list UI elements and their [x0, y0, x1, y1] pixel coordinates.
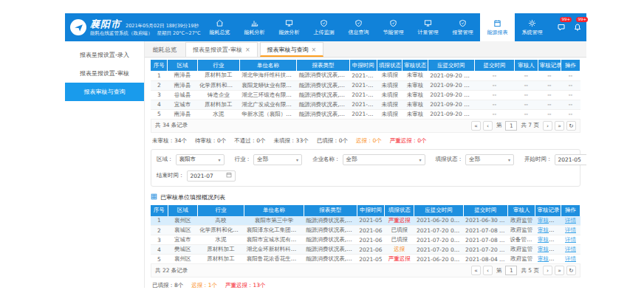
detail-link[interactable]: 详情 — [565, 227, 576, 233]
pager-first-button[interactable]: « — [471, 121, 481, 131]
table-row[interactable]: 2襄城区化学原料和化学制品制造业襄阳泽东化工集团有限公司能源消费状况表,能效指标… — [151, 226, 580, 235]
table-cell: 2 — [151, 80, 168, 90]
table-cell: 详情 — [561, 216, 580, 226]
table-row[interactable]: 3谷城县铸造企业湖北三环锻造有限公司能源消费状况表,能效指标...2021-08… — [151, 90, 580, 100]
nav-item-alarm-mgmt[interactable]: 报警管理 — [445, 13, 480, 41]
audit-record-link[interactable]: 审核记录 — [538, 227, 560, 233]
sidebar-item-report-audit-query[interactable]: 报表审核与查询 — [65, 83, 144, 101]
start-date-filter[interactable]: 2021-05 — [555, 154, 587, 165]
table-row[interactable]: 4樊城区原材料加工湖北金环新材料科技有限公司能源消费状况表,能效指标填...20… — [151, 245, 580, 255]
pager-last-button[interactable]: » — [555, 266, 564, 275]
company-filter-label: 企业名称： — [312, 156, 340, 163]
detail-link[interactable]: 详情 — [565, 217, 576, 224]
tab-report-audit-query[interactable]: 报表审核与查询× — [260, 42, 324, 57]
detail-link[interactable]: 详情 — [565, 246, 576, 252]
table-cell: 2021-08 — [349, 100, 377, 109]
pager-page-input[interactable]: 1 — [505, 266, 517, 275]
message-button[interactable]: 99+ — [557, 21, 566, 35]
region-filter[interactable]: 襄阳市▾ — [176, 154, 225, 165]
nav-item-info-query[interactable]: 信息查询 — [341, 13, 376, 41]
column-header: 区域 — [168, 60, 197, 71]
table-cell: 化学原料和化学制品制造业 — [197, 226, 244, 235]
nav-item-upload-monitor[interactable]: 上传监测 — [306, 13, 341, 41]
table-cell: 能源消费状况表,能效指标... — [297, 90, 350, 100]
status-filter[interactable]: 全部▾ — [465, 154, 514, 165]
table2-total-records: 共 22 条记录 — [155, 267, 188, 274]
audit-status-summary: 未审核：34个待审核：0个不通过：0个未填报：33个已填报：0个迟报：0个严重迟… — [151, 133, 580, 148]
user-menu[interactable]: Hello,政府监管 ▼ — [606, 24, 644, 31]
pager-next-button[interactable]: › — [543, 266, 552, 275]
table-cell: 审核记录 — [535, 235, 561, 245]
end-date-filter[interactable]: 2021-07 — [187, 170, 236, 182]
audit-record-link[interactable]: 审核记录 — [538, 217, 560, 224]
nav-item-system-mgmt[interactable]: 系统管理 — [515, 13, 549, 41]
table-cell: 能源消费状况表,能效指标填... — [304, 245, 357, 255]
pager-refresh-button[interactable]: ↻ — [566, 121, 576, 131]
chevron-down-icon: ▾ — [296, 157, 298, 162]
nav-item-label: 报警管理 — [453, 29, 473, 36]
pager-refresh-button[interactable]: ↻ — [566, 266, 576, 275]
table-row[interactable]: 1襄州区高校襄阳市第三中学能源消费状况表,能效指标填...2021-05严重迟报… — [151, 216, 580, 226]
avatar-icon[interactable] — [589, 21, 599, 35]
table-cell: 襄阳市第三中学 — [244, 216, 304, 226]
sidebar-item-report-setup-audit[interactable]: 报表呈报设置-审核 — [65, 64, 144, 83]
close-icon[interactable]: × — [312, 46, 317, 53]
nav-item-energy-report[interactable]: 能源报表 — [480, 13, 515, 41]
pager-page-input[interactable]: 1 — [505, 121, 517, 131]
status-filter-group: 填报状态：全部▾ — [436, 154, 515, 165]
table-row[interactable]: 2南漳县化学原料和化学制品制造业襄阳龙蟒钛业有限公司能源消费状况表,能效指标..… — [151, 80, 580, 90]
table-cell: 能源消费状况表,能效指标填... — [304, 235, 357, 245]
table-cell: 未填报 — [377, 100, 402, 109]
pager-prev-button[interactable]: ‹ — [483, 266, 493, 275]
table-cell: -- — [538, 109, 561, 119]
screenshot-canvas: 襄阳市 2021年05月02日 18时39分19秒 能耗在线监管系统（政府端） … — [0, 0, 644, 304]
alarm-button[interactable]: 99+ — [573, 21, 582, 35]
nav-item-energy-saving-mgmt[interactable]: 节能管理 — [376, 13, 411, 41]
tab-report-setup-audit[interactable]: 报表呈报设置-审核× — [185, 42, 258, 57]
pager-next-button[interactable]: › — [543, 121, 552, 131]
nav-item-energy-overview[interactable]: 能耗总览 — [202, 13, 237, 41]
monitor-icon — [424, 19, 432, 27]
pager-prev-button[interactable]: ‹ — [483, 121, 493, 131]
column-header: 序号 — [151, 205, 168, 216]
nav-item-energy-analysis[interactable]: 能耗分析 — [237, 13, 272, 41]
table-cell: 能源消费状况表,能效指标... — [297, 109, 350, 119]
table-row[interactable]: 1南漳县原材料加工湖北华海纤维科技股份有...能源消费状况表,能效指标...20… — [151, 71, 580, 80]
table-row[interactable]: 5襄州区原材料加工襄阳鲁花浓香花生油有限公司能源消费状况表,能效指标填...20… — [151, 255, 580, 264]
body-row: 报表呈报设置-录入报表呈报设置-审核报表审核与查询 能耗总览报表呈报设置-审核×… — [65, 41, 586, 288]
detail-link[interactable]: 详情 — [565, 236, 576, 243]
close-icon[interactable]: × — [245, 46, 250, 53]
audit-record-link[interactable]: 审核记录 — [538, 246, 560, 252]
pager-last-button[interactable]: » — [555, 121, 564, 131]
table-cell: 未填报 — [377, 80, 402, 90]
pager-first-button[interactable]: « — [471, 266, 481, 275]
sidebar-item-report-setup-entry[interactable]: 报表呈报设置-录入 — [65, 46, 144, 64]
table-cell: 设备管理员 — [508, 235, 535, 245]
nav-item-efficiency-analysis[interactable]: 能效分析 — [272, 13, 306, 41]
column-header: 单位名称 — [239, 60, 296, 71]
table-cell: 审核记录 — [535, 226, 561, 235]
table-cell: 2021-05 — [357, 255, 384, 264]
audit-record-link[interactable]: 审核记录 — [538, 236, 560, 243]
industry-filter[interactable]: 全部▾ — [253, 154, 302, 165]
nav-item-label: 能耗总览 — [210, 29, 230, 36]
table-cell: 湖北华海纤维科技股份有... — [239, 71, 296, 80]
table-cell: 3 — [151, 90, 168, 100]
table-cell: 能源消费状况表,能效指标填... — [304, 216, 357, 226]
tab-energy-overview[interactable]: 能耗总览 — [146, 43, 183, 57]
nav-item-metering-mgmt[interactable]: 计量管理 — [411, 13, 445, 41]
table-row[interactable]: 4宜城市原材料加工湖北广发成业有限公司能源消费状况表,能效指标...2021-0… — [151, 100, 580, 109]
column-header: 行业 — [197, 60, 239, 71]
table-row[interactable]: 5南漳县水泥华新水泥（襄阳）有限公司能源消费状况表,能效指标...2021-08… — [151, 109, 580, 119]
table-cell: 水泥 — [197, 235, 244, 245]
table-cell: -- — [538, 80, 561, 90]
table-cell: 严重迟报 — [385, 216, 414, 226]
company-filter[interactable]: 全部▾ — [343, 154, 425, 165]
filter-row: 结束时间：2021-07 — [157, 170, 586, 182]
detail-link[interactable]: 详情 — [565, 255, 576, 262]
table-cell: -- — [538, 100, 561, 109]
table-row[interactable]: 3宜城市水泥襄阳市宜城水泥有限公司能源消费状况表,能效指标填...2021-06… — [151, 235, 580, 245]
table1-footer: 共 34 条记录 «‹第1共 7 页›»↻ — [151, 120, 580, 133]
table-cell: -- — [561, 71, 580, 80]
audit-record-link[interactable]: 审核记录 — [538, 255, 560, 262]
